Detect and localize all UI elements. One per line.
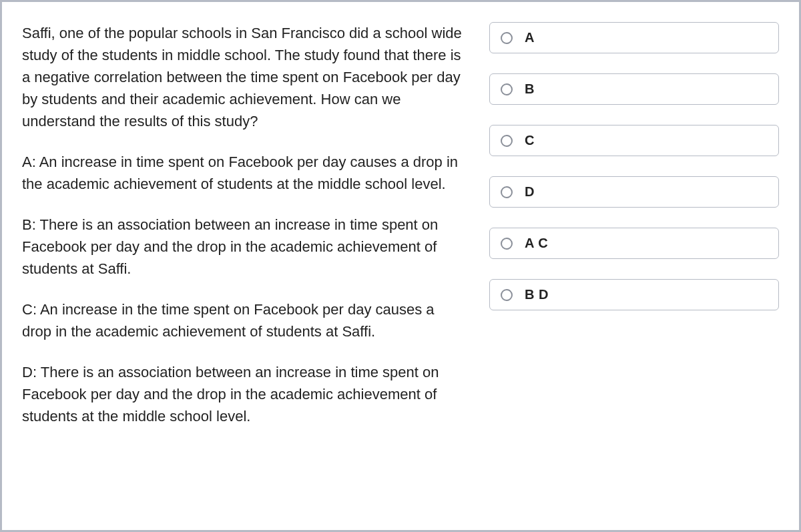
option-label: D <box>525 184 535 200</box>
option-b[interactable]: B <box>489 73 779 105</box>
radio-icon <box>501 289 513 301</box>
statement-d: D: There is an association between an in… <box>22 361 463 427</box>
option-label: B <box>525 81 535 97</box>
option-label: A <box>525 30 535 45</box>
statement-c: C: An increase in the time spent on Face… <box>22 298 463 342</box>
answer-options-column: A B C D A C B D <box>489 22 779 510</box>
question-prompt: Saffi, one of the popular schools in San… <box>22 22 463 132</box>
question-text-column: Saffi, one of the popular schools in San… <box>22 22 489 510</box>
statement-a: A: An increase in time spent on Facebook… <box>22 151 463 195</box>
option-bd[interactable]: B D <box>489 279 779 310</box>
radio-icon <box>501 238 513 250</box>
option-c[interactable]: C <box>489 125 779 156</box>
statement-b: B: There is an association between an in… <box>22 214 463 280</box>
option-label: A C <box>525 236 548 251</box>
option-ac[interactable]: A C <box>489 228 779 259</box>
radio-icon <box>501 32 513 44</box>
radio-icon <box>501 135 513 147</box>
radio-icon <box>501 83 513 95</box>
question-card: Saffi, one of the popular schools in San… <box>0 0 801 532</box>
option-label: C <box>525 133 535 148</box>
option-label: B D <box>525 287 549 302</box>
option-d[interactable]: D <box>489 176 779 208</box>
option-a[interactable]: A <box>489 22 779 53</box>
columns: Saffi, one of the popular schools in San… <box>22 22 779 510</box>
radio-icon <box>501 186 513 198</box>
